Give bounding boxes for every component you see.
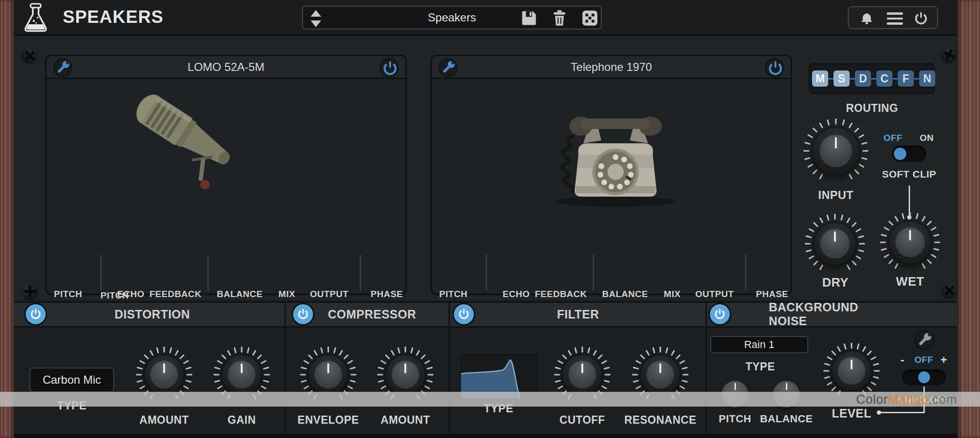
distortion-type-dropdown[interactable]: Carbon Mic — [29, 368, 114, 392]
microphone-image — [113, 80, 256, 204]
channel-1-title: LOMO 52A-5M — [47, 60, 405, 74]
random-preset-dice-icon[interactable] — [582, 10, 598, 26]
output-label: OUTPUT — [310, 289, 348, 299]
envelope-connector-horizontal — [879, 412, 925, 413]
screw — [22, 284, 38, 299]
envelope-state-label: OFF — [914, 355, 933, 365]
filter-title: FILTER — [557, 308, 599, 321]
noise-level-label: LEVEL — [832, 407, 871, 420]
output-label: OUTPUT — [695, 289, 734, 299]
power-icon — [381, 59, 400, 78]
phase-label: PHASE — [371, 289, 403, 299]
plugin-window: SPEAKERS Speakers — [0, 0, 980, 438]
dry-label: DRY — [822, 275, 848, 290]
noise-pitch-label: PITCH — [719, 413, 752, 425]
top-bar: SPEAKERS Speakers — [14, 0, 957, 36]
compressor-amount-label: AMOUNT — [381, 414, 430, 427]
distortion-power-button[interactable] — [26, 304, 46, 324]
pitch-label: PITCH — [439, 289, 468, 299]
dry-knob[interactable] — [805, 214, 865, 274]
delete-preset-icon[interactable] — [551, 10, 568, 26]
distortion-amount-label: AMOUNT — [139, 414, 189, 427]
power-icon — [766, 59, 785, 78]
routing-button-d[interactable]: D — [855, 70, 871, 87]
channel-panel-2: Telephone 1970 — [431, 55, 792, 295]
channel-2-title: Telephone 1970 — [432, 60, 791, 74]
channel-panel-1: LOMO 52A-5M — [45, 55, 407, 295]
wrench-icon — [914, 330, 934, 350]
distortion-title: DISTORTION — [115, 308, 190, 321]
screw — [19, 45, 40, 66]
channel-2-power-button[interactable] — [765, 58, 784, 77]
envelope-plus-label: + — [941, 353, 948, 367]
routing-label: ROUTING — [846, 102, 898, 115]
balance-label: BALANCE — [602, 289, 648, 299]
section-divider — [284, 303, 286, 437]
balance-label: BALANCE — [217, 289, 263, 299]
screw — [939, 45, 960, 65]
section-divider — [449, 303, 450, 437]
noise-type-dropdown[interactable]: Rain 1 — [710, 336, 808, 353]
soft-clip-label: SOFT CLIP — [882, 169, 936, 180]
filter-resonance-label: RESONANCE — [624, 414, 696, 427]
wood-rail-right — [957, 0, 980, 438]
envelope-toggle[interactable] — [902, 369, 946, 385]
envelope-minus-label: - — [901, 353, 905, 367]
wet-label: WET — [896, 274, 924, 289]
power-icon — [29, 308, 42, 321]
power-icon — [458, 308, 470, 321]
soft-clip-on-label: ON — [920, 133, 934, 143]
save-preset-icon[interactable] — [521, 10, 537, 26]
watermark-text: ColorMango.com — [856, 392, 957, 407]
background-noise-title: BACKGROUND NOISE — [769, 300, 894, 328]
soft-clip-toggle[interactable] — [892, 146, 926, 162]
section-divider — [706, 303, 707, 437]
menu-hamburger-icon[interactable] — [887, 12, 903, 25]
bypass-power-icon[interactable] — [913, 11, 929, 26]
noise-settings-button[interactable] — [914, 330, 934, 350]
connector-dot — [877, 410, 881, 415]
wood-rail-left — [0, 0, 14, 438]
preset-bar: Speakers — [302, 6, 602, 30]
pitch-label: PITCH — [54, 289, 82, 299]
channel-1-power-button[interactable] — [380, 58, 399, 77]
noise-level-knob[interactable] — [823, 343, 880, 399]
mix-label: MIX — [278, 289, 295, 299]
routing-button-m[interactable]: M — [812, 70, 828, 87]
effects-section: DISTORTION COMPRESSOR FILTER BACKGROUND … — [14, 300, 957, 438]
noise-type-label: TYPE — [745, 360, 775, 373]
wet-knob[interactable] — [880, 212, 940, 272]
noise-balance-label: BALANCE — [760, 413, 813, 425]
compressor-power-button[interactable] — [293, 304, 313, 324]
echo-label: ECHO — [118, 289, 145, 299]
filter-cutoff-label: CUTOFF — [559, 414, 605, 427]
input-label: INPUT — [818, 189, 854, 202]
mix-label: MIX — [664, 289, 680, 299]
flask-logo-icon — [21, 3, 50, 33]
soft-clip-connector-line — [909, 186, 910, 215]
watermark-band: ColorMango.com — [0, 392, 980, 407]
routing-button-n[interactable]: N — [919, 70, 935, 87]
routing-matrix: M S D C F N — [809, 63, 935, 94]
power-icon — [297, 308, 309, 321]
window-controls-group — [848, 6, 938, 29]
channel-1-header: LOMO 52A-5M — [47, 56, 405, 79]
filter-power-button[interactable] — [454, 304, 474, 324]
compressor-title: COMPRESSOR — [328, 308, 416, 321]
echo-label: ECHO — [503, 289, 530, 299]
feedback-label: FEEDBACK — [149, 289, 202, 299]
routing-button-f[interactable]: F — [898, 70, 914, 87]
input-knob[interactable] — [804, 119, 868, 183]
app-title: SPEAKERS — [63, 7, 164, 27]
bottom-edge — [14, 434, 957, 438]
phase-label: PHASE — [756, 289, 788, 299]
channel-2-header: Telephone 1970 — [432, 56, 791, 79]
background-noise-power-button[interactable] — [710, 304, 730, 324]
soft-clip-off-label: OFF — [883, 133, 902, 143]
power-icon — [714, 308, 726, 321]
routing-button-c[interactable]: C — [876, 70, 892, 87]
notifications-bell-icon[interactable] — [859, 11, 874, 26]
distortion-gain-label: GAIN — [227, 414, 256, 427]
routing-button-s[interactable]: S — [833, 70, 850, 87]
feedback-label: FEEDBACK — [535, 289, 587, 299]
